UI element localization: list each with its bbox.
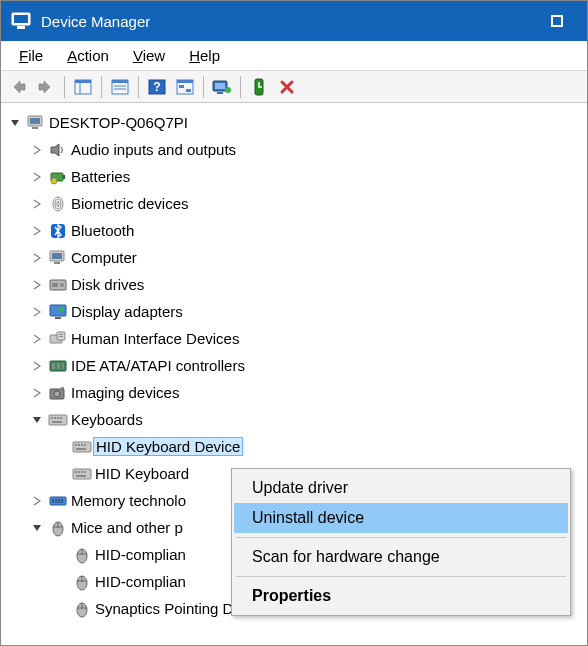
tree-item-disk[interactable]: Disk drives: [5, 271, 583, 298]
svg-rect-62: [76, 448, 86, 450]
svg-rect-47: [62, 363, 64, 369]
expand-icon[interactable]: [5, 118, 25, 128]
tree-label-selected: HID Keyboard Device: [93, 437, 243, 456]
expand-icon[interactable]: [27, 145, 47, 155]
svg-point-49: [54, 391, 60, 397]
collapse-icon[interactable]: [27, 523, 47, 533]
expand-icon[interactable]: [27, 172, 47, 182]
properties-button[interactable]: [107, 74, 133, 100]
show-hide-button[interactable]: [70, 74, 96, 100]
tree-label: Disk drives: [69, 276, 144, 293]
tree-item-display[interactable]: Display adapters: [5, 298, 583, 325]
toolbar-separator: [101, 76, 102, 98]
svg-rect-23: [32, 127, 38, 129]
expand-icon[interactable]: [27, 496, 47, 506]
tree-item-batteries[interactable]: Batteries: [5, 163, 583, 190]
svg-rect-58: [75, 444, 77, 446]
tree-item-biometric[interactable]: Biometric devices: [5, 190, 583, 217]
svg-rect-36: [52, 283, 58, 287]
ctx-scan-hardware[interactable]: Scan for hardware change: [234, 542, 568, 572]
expand-icon[interactable]: [27, 199, 47, 209]
svg-rect-61: [84, 444, 86, 446]
ctx-properties[interactable]: Properties: [234, 581, 568, 611]
enable-button[interactable]: [246, 74, 272, 100]
svg-rect-54: [57, 417, 59, 419]
svg-rect-50: [61, 387, 64, 389]
expand-icon[interactable]: [27, 226, 47, 236]
svg-rect-4: [75, 80, 91, 83]
expand-icon[interactable]: [27, 361, 47, 371]
svg-point-35: [60, 283, 64, 287]
tree-label: Memory technolo: [69, 492, 186, 509]
tree-label: Human Interface Devices: [69, 330, 239, 347]
menu-help[interactable]: Help: [179, 45, 230, 66]
tree-label: Display adapters: [69, 303, 183, 320]
svg-rect-32: [52, 253, 62, 259]
svg-rect-22: [30, 118, 40, 124]
svg-rect-45: [52, 363, 55, 369]
menu-action[interactable]: Action: [57, 45, 119, 66]
svg-rect-56: [52, 421, 62, 423]
ctx-uninstall-device[interactable]: Uninstall device: [234, 503, 568, 533]
tree-label: DESKTOP-Q06Q7PI: [47, 114, 188, 131]
mouse-icon: [71, 546, 93, 564]
maximize-button[interactable]: [537, 1, 577, 41]
svg-rect-14: [179, 85, 184, 88]
menu-file[interactable]: File: [9, 45, 53, 66]
help-button[interactable]: ?: [144, 74, 170, 100]
svg-rect-39: [59, 307, 64, 311]
svg-rect-59: [78, 444, 80, 446]
tree-item-computer[interactable]: Computer: [5, 244, 583, 271]
expand-icon[interactable]: [27, 388, 47, 398]
expand-icon[interactable]: [27, 334, 47, 344]
svg-rect-46: [57, 363, 60, 369]
expand-icon[interactable]: [27, 280, 47, 290]
scan-button[interactable]: [172, 74, 198, 100]
computer-icon: [25, 115, 47, 131]
tree-item-audio[interactable]: Audio inputs and outputs: [5, 136, 583, 163]
ctx-separator: [236, 576, 566, 577]
forward-button[interactable]: [33, 74, 59, 100]
svg-rect-42: [59, 334, 63, 335]
svg-rect-63: [73, 469, 91, 479]
svg-rect-18: [217, 92, 223, 94]
expand-icon[interactable]: [27, 307, 47, 317]
tree-label: Audio inputs and outputs: [69, 141, 236, 158]
toolbar: ?: [1, 71, 587, 103]
window-title: Device Manager: [41, 13, 537, 30]
tree-item-bluetooth[interactable]: Bluetooth: [5, 217, 583, 244]
update-driver-button[interactable]: [209, 74, 235, 100]
svg-point-26: [51, 178, 57, 184]
tree-item-keyboards[interactable]: Keyboards: [5, 406, 583, 433]
ctx-update-driver[interactable]: Update driver: [234, 473, 568, 503]
hid-icon: [47, 331, 69, 347]
menu-bar: File Action View Help: [1, 41, 587, 71]
svg-rect-7: [112, 80, 128, 83]
mouse-icon: [47, 519, 69, 537]
svg-rect-55: [60, 417, 62, 419]
tree-root[interactable]: DESKTOP-Q06Q7PI: [5, 109, 583, 136]
svg-rect-43: [59, 336, 63, 337]
svg-rect-38: [55, 317, 61, 319]
expand-icon[interactable]: [27, 253, 47, 263]
tree-label: Imaging devices: [69, 384, 179, 401]
tree-item-hid-keyboard-1[interactable]: HID Keyboard Device: [5, 433, 583, 460]
tree-label: Mice and other p: [69, 519, 183, 536]
controller-icon: [47, 358, 69, 374]
svg-point-19: [225, 87, 231, 93]
svg-rect-33: [54, 262, 60, 264]
keyboard-icon: [71, 441, 93, 453]
tree-item-hid[interactable]: Human Interface Devices: [5, 325, 583, 352]
back-button[interactable]: [5, 74, 31, 100]
tree-item-imaging[interactable]: Imaging devices: [5, 379, 583, 406]
svg-text:?: ?: [153, 80, 160, 94]
uninstall-button[interactable]: [274, 74, 300, 100]
menu-view[interactable]: View: [123, 45, 175, 66]
svg-rect-25: [63, 175, 65, 179]
tree-label: Computer: [69, 249, 137, 266]
tree-item-ide[interactable]: IDE ATA/ATAPI controllers: [5, 352, 583, 379]
svg-rect-67: [84, 471, 86, 473]
tree-label: Keyboards: [69, 411, 143, 428]
keyboard-icon: [71, 468, 93, 480]
collapse-icon[interactable]: [27, 415, 47, 425]
